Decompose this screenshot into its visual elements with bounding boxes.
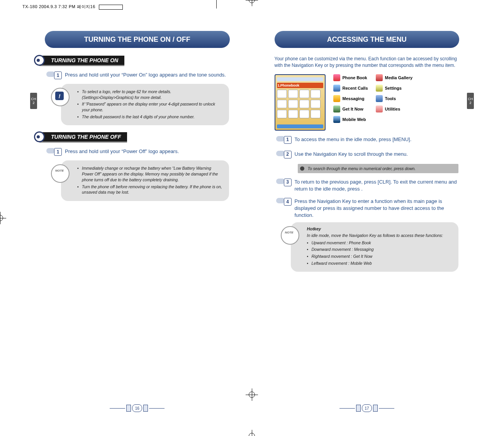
getitnow-icon [333,106,340,112]
menu-label: Mobile Web [343,117,366,122]
tools-icon [376,95,383,102]
note-item: If “Password” appears on the display ent… [77,101,223,112]
step-access-3: 3 To return to the previous page, press … [280,179,463,192]
hotkey-title: Hotkey [307,226,453,232]
settings-icon [376,85,383,92]
print-mark [99,5,123,10]
selected-menu: 1.Phonebook [277,83,323,88]
menu-item-messaging: Messaging [333,95,368,102]
chapter-tab-right: CH 2 [467,93,474,109]
screen-icon [311,100,321,108]
banner-left: TURNING THE PHONE ON / OFF [45,31,230,48]
hand-icon [46,72,54,77]
page-left: CH 2 TURNING THE PHONE ON / OFF TURNING … [30,15,244,421]
step-access-1: 1 To access the menu in the idle mode, p… [280,136,463,145]
step-number-icon: 1 [50,72,62,81]
phone-screen: 1.Phonebook [275,74,326,131]
step-on-1: 1 Press and hold until your “Power On” l… [50,72,234,81]
hand-icon [276,198,284,203]
page-footer-right: 17 [339,404,394,412]
menu-list: Phone Book Recent Calls Messaging Get It… [333,74,413,131]
menu-label: Recent Calls [343,86,368,90]
step2-text: Use the Navigation Key to scroll through… [295,151,463,160]
menu-label: Settings [385,86,402,90]
step-number: 1 [54,148,62,156]
step-access-4: 4 Press the Navigation Key to enter a fu… [280,198,463,219]
step3-text: To return to the previous page, press [C… [295,179,463,192]
hand-icon [46,148,54,153]
hotkey-item: Rightward movement : Get It Now [307,254,453,259]
screen-icon [288,90,298,98]
screen-icon [277,90,287,98]
hotkey-item: Upward movement : Phone Book [307,240,453,246]
doc-header-text: TX-180 2004.9.3 7:32 PM 페이지16 [22,4,95,9]
footer-wing [126,405,131,412]
crop-tick [216,0,217,9]
menu-column-1: Phone Book Recent Calls Messaging Get It… [333,74,368,131]
footer-wing [143,405,148,412]
page-number-left: 16 [132,404,142,412]
menu-item-utilities: Utilities [376,106,413,112]
screen-icon [299,100,309,108]
menu-item-mobileweb: Mobile Web [333,116,368,123]
page-footer-left: 16 [110,404,165,412]
screen-icon [277,100,287,108]
footer-wing [373,405,378,412]
step-number-icon: 2 [280,151,292,160]
screen-icon [311,110,321,118]
screen-icon [288,100,298,108]
note-list-off: Immediately change or recharge the batte… [77,165,223,195]
menu-item-mediagallery: Media Gallery [376,74,413,81]
page: TX-180 2004.9.3 7:32 PM 페이지16 CH 2 TURNI… [0,0,504,436]
note-box-off: NOTE Immediately change or recharge the … [61,160,229,201]
status-bar-icon [277,77,323,81]
warning-list-on: To select a logo, refer to page 62 for m… [77,89,223,119]
menu-label: Utilities [385,107,400,111]
hand-icon [276,151,284,156]
menu-preview: 1.Phonebook Phone Book Recent Calls Mess… [275,74,460,131]
menu-label: Messaging [343,96,365,101]
screen-icon [288,110,298,118]
screen-softkey-bar [277,124,323,128]
step-number: 1 [284,136,292,144]
step-number: 3 [284,179,292,186]
menu-label: Media Gallery [385,75,413,80]
hotkey-item: Downward movement : Messaging [307,247,453,252]
menu-item-recentcalls: Recent Calls [333,85,368,92]
step-number-icon: 4 [280,198,292,207]
step-number: 2 [284,151,292,158]
registration-mark-top [246,0,258,6]
registration-mark-bottom [246,430,258,436]
chapter-number: 2 [32,101,34,105]
hotkey-list: Upward movement : Phone Book Downward mo… [307,240,453,266]
exclamation-icon: ! [55,92,64,100]
section-phone-off: TURNING THE PHONE OFF [39,132,127,143]
section-phone-on: TURNING THE PHONE ON [39,56,124,66]
step-number-icon: 1 [50,148,62,157]
screen-icon [277,110,287,118]
intro-text: Your phone can be customized via the men… [275,56,460,69]
warning-box-on: ! To select a logo, refer to page 62 for… [61,84,229,125]
banner-right: ACCESSING THE MENU [275,31,460,48]
footer-wing [356,405,361,412]
note-item: Immediately change or recharge the batte… [77,165,223,182]
menu-item-tools: Tools [376,95,413,102]
hand-icon [276,179,284,184]
menu-item-phonebook: Phone Book [333,74,368,81]
menu-column-2: Media Gallery Settings Tools Utilities [376,74,413,131]
mobileweb-icon [333,116,340,123]
phonebook-icon [333,74,340,81]
footer-arm [110,408,125,409]
step-off-1-text: Press and hold until your “Power Off” lo… [65,148,234,157]
screen-icon [299,110,309,118]
tip-bar: To search through the menu in numerical … [298,164,459,173]
step-off-1: 1 Press and hold until your “Power Off” … [50,148,234,157]
utilities-icon [376,106,383,112]
note-item: Turn the phone off before removing or re… [77,184,223,195]
doc-header: TX-180 2004.9.3 7:32 PM 페이지16 [22,4,123,10]
screen-icon [311,90,321,98]
banner-left-text: TURNING THE PHONE ON / OFF [84,36,190,44]
chapter-number: 2 [469,101,471,105]
hotkey-intro: In idle mode, move the Navigation Key as… [307,233,453,238]
menu-item-settings: Settings [376,85,413,92]
